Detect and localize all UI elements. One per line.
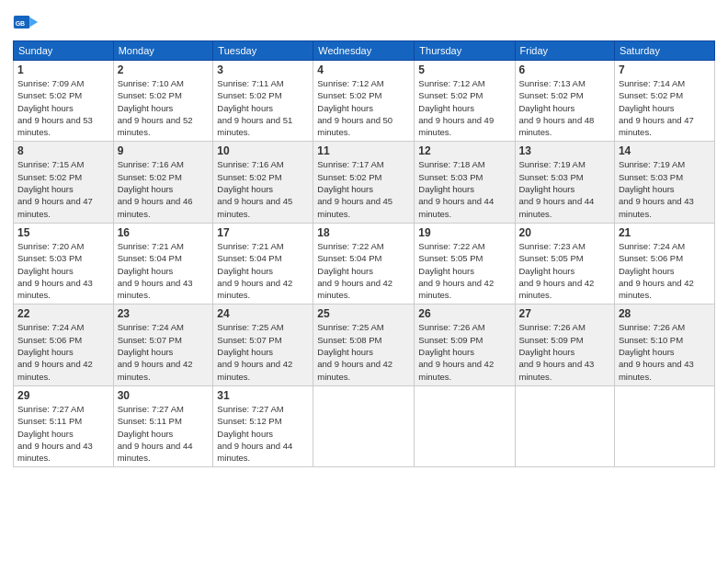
day-number: 21	[619, 226, 711, 239]
col-friday: Friday	[515, 41, 614, 61]
table-row: 22 Sunrise: 7:24 AM Sunset: 5:06 PM Dayl…	[14, 304, 114, 385]
table-row: 13 Sunrise: 7:19 AM Sunset: 5:03 PM Dayl…	[515, 142, 614, 223]
col-monday: Monday	[113, 41, 213, 61]
table-row: 15 Sunrise: 7:20 AM Sunset: 5:03 PM Dayl…	[14, 223, 114, 304]
day-number: 16	[118, 226, 210, 239]
day-number: 25	[317, 307, 410, 320]
day-info: Sunrise: 7:16 AM Sunset: 5:02 PM Dayligh…	[217, 158, 309, 219]
day-number: 9	[118, 144, 210, 157]
table-row: 17 Sunrise: 7:21 AM Sunset: 5:04 PM Dayl…	[213, 223, 313, 304]
table-row: 28 Sunrise: 7:26 AM Sunset: 5:10 PM Dayl…	[614, 304, 714, 385]
table-row: 27 Sunrise: 7:26 AM Sunset: 5:09 PM Dayl…	[515, 304, 614, 385]
day-number: 11	[317, 144, 410, 157]
header: GB	[13, 9, 715, 35]
day-number: 8	[17, 144, 109, 157]
day-number: 17	[217, 226, 309, 239]
day-info: Sunrise: 7:12 AM Sunset: 5:02 PM Dayligh…	[317, 77, 410, 138]
table-row: 29 Sunrise: 7:27 AM Sunset: 5:11 PM Dayl…	[14, 385, 114, 466]
table-row: 30 Sunrise: 7:27 AM Sunset: 5:11 PM Dayl…	[113, 385, 213, 466]
day-number: 7	[619, 63, 711, 76]
svg-text:GB: GB	[16, 20, 26, 27]
day-number: 5	[418, 63, 510, 76]
day-info: Sunrise: 7:10 AM Sunset: 5:02 PM Dayligh…	[118, 77, 210, 138]
day-info: Sunrise: 7:19 AM Sunset: 5:03 PM Dayligh…	[619, 158, 711, 219]
day-number: 14	[619, 144, 711, 157]
calendar-week-row: 29 Sunrise: 7:27 AM Sunset: 5:11 PM Dayl…	[14, 385, 715, 466]
day-info: Sunrise: 7:17 AM Sunset: 5:02 PM Dayligh…	[317, 158, 410, 219]
table-row: 9 Sunrise: 7:16 AM Sunset: 5:02 PM Dayli…	[113, 142, 213, 223]
table-row: 5 Sunrise: 7:12 AM Sunset: 5:02 PM Dayli…	[415, 61, 515, 142]
table-row: 1 Sunrise: 7:09 AM Sunset: 5:02 PM Dayli…	[14, 61, 114, 142]
day-info: Sunrise: 7:20 AM Sunset: 5:03 PM Dayligh…	[17, 240, 109, 301]
table-row: 2 Sunrise: 7:10 AM Sunset: 5:02 PM Dayli…	[113, 61, 213, 142]
day-number: 27	[519, 307, 610, 320]
day-info: Sunrise: 7:22 AM Sunset: 5:04 PM Dayligh…	[317, 240, 410, 301]
day-number: 12	[418, 144, 510, 157]
day-number: 19	[418, 226, 510, 239]
day-info: Sunrise: 7:21 AM Sunset: 5:04 PM Dayligh…	[118, 240, 210, 301]
day-info: Sunrise: 7:24 AM Sunset: 5:06 PM Dayligh…	[619, 240, 711, 301]
logo-icon: GB	[13, 9, 39, 35]
table-row: 21 Sunrise: 7:24 AM Sunset: 5:06 PM Dayl…	[614, 223, 714, 304]
day-info: Sunrise: 7:24 AM Sunset: 5:06 PM Dayligh…	[17, 321, 109, 382]
table-row: 24 Sunrise: 7:25 AM Sunset: 5:07 PM Dayl…	[213, 304, 313, 385]
table-row	[614, 385, 714, 466]
table-row: 20 Sunrise: 7:23 AM Sunset: 5:05 PM Dayl…	[515, 223, 614, 304]
col-wednesday: Wednesday	[313, 41, 415, 61]
svg-marker-1	[29, 17, 38, 28]
day-number: 28	[619, 307, 711, 320]
day-info: Sunrise: 7:26 AM Sunset: 5:09 PM Dayligh…	[519, 321, 610, 382]
table-row: 18 Sunrise: 7:22 AM Sunset: 5:04 PM Dayl…	[313, 223, 415, 304]
day-info: Sunrise: 7:27 AM Sunset: 5:12 PM Dayligh…	[217, 403, 309, 464]
day-info: Sunrise: 7:11 AM Sunset: 5:02 PM Dayligh…	[217, 77, 309, 138]
day-info: Sunrise: 7:12 AM Sunset: 5:02 PM Dayligh…	[418, 77, 510, 138]
table-row: 10 Sunrise: 7:16 AM Sunset: 5:02 PM Dayl…	[213, 142, 313, 223]
day-number: 10	[217, 144, 309, 157]
day-number: 4	[317, 63, 410, 76]
day-info: Sunrise: 7:16 AM Sunset: 5:02 PM Dayligh…	[118, 158, 210, 219]
day-info: Sunrise: 7:26 AM Sunset: 5:09 PM Dayligh…	[418, 321, 510, 382]
day-info: Sunrise: 7:27 AM Sunset: 5:11 PM Dayligh…	[17, 403, 109, 464]
day-info: Sunrise: 7:13 AM Sunset: 5:02 PM Dayligh…	[519, 77, 610, 138]
calendar-week-row: 22 Sunrise: 7:24 AM Sunset: 5:06 PM Dayl…	[14, 304, 715, 385]
day-number: 30	[118, 389, 210, 402]
day-info: Sunrise: 7:14 AM Sunset: 5:02 PM Dayligh…	[619, 77, 711, 138]
day-info: Sunrise: 7:23 AM Sunset: 5:05 PM Dayligh…	[519, 240, 610, 301]
day-number: 31	[217, 389, 309, 402]
table-row: 14 Sunrise: 7:19 AM Sunset: 5:03 PM Dayl…	[614, 142, 714, 223]
day-info: Sunrise: 7:22 AM Sunset: 5:05 PM Dayligh…	[418, 240, 510, 301]
calendar-week-row: 15 Sunrise: 7:20 AM Sunset: 5:03 PM Dayl…	[14, 223, 715, 304]
col-saturday: Saturday	[614, 41, 714, 61]
day-info: Sunrise: 7:24 AM Sunset: 5:07 PM Dayligh…	[118, 321, 210, 382]
table-row: 12 Sunrise: 7:18 AM Sunset: 5:03 PM Dayl…	[415, 142, 515, 223]
day-number: 26	[418, 307, 510, 320]
day-number: 29	[17, 389, 109, 402]
day-number: 24	[217, 307, 309, 320]
table-row: 3 Sunrise: 7:11 AM Sunset: 5:02 PM Dayli…	[213, 61, 313, 142]
table-row: 16 Sunrise: 7:21 AM Sunset: 5:04 PM Dayl…	[113, 223, 213, 304]
day-info: Sunrise: 7:19 AM Sunset: 5:03 PM Dayligh…	[519, 158, 610, 219]
table-row: 23 Sunrise: 7:24 AM Sunset: 5:07 PM Dayl…	[113, 304, 213, 385]
table-row: 25 Sunrise: 7:25 AM Sunset: 5:08 PM Dayl…	[313, 304, 415, 385]
day-number: 20	[519, 226, 610, 239]
calendar-week-row: 8 Sunrise: 7:15 AM Sunset: 5:02 PM Dayli…	[14, 142, 715, 223]
calendar-week-row: 1 Sunrise: 7:09 AM Sunset: 5:02 PM Dayli…	[14, 61, 715, 142]
day-info: Sunrise: 7:15 AM Sunset: 5:02 PM Dayligh…	[17, 158, 109, 219]
calendar-table: Sunday Monday Tuesday Wednesday Thursday…	[13, 40, 715, 467]
day-number: 3	[217, 63, 309, 76]
table-row: 8 Sunrise: 7:15 AM Sunset: 5:02 PM Dayli…	[14, 142, 114, 223]
day-number: 13	[519, 144, 610, 157]
table-row: 11 Sunrise: 7:17 AM Sunset: 5:02 PM Dayl…	[313, 142, 415, 223]
table-row	[515, 385, 614, 466]
table-row: 19 Sunrise: 7:22 AM Sunset: 5:05 PM Dayl…	[415, 223, 515, 304]
day-number: 18	[317, 226, 410, 239]
table-row: 4 Sunrise: 7:12 AM Sunset: 5:02 PM Dayli…	[313, 61, 415, 142]
table-row: 6 Sunrise: 7:13 AM Sunset: 5:02 PM Dayli…	[515, 61, 614, 142]
day-info: Sunrise: 7:21 AM Sunset: 5:04 PM Dayligh…	[217, 240, 309, 301]
table-row: 31 Sunrise: 7:27 AM Sunset: 5:12 PM Dayl…	[213, 385, 313, 466]
day-number: 23	[118, 307, 210, 320]
day-number: 1	[17, 63, 109, 76]
logo: GB	[13, 9, 42, 35]
day-number: 22	[17, 307, 109, 320]
table-row: 7 Sunrise: 7:14 AM Sunset: 5:02 PM Dayli…	[614, 61, 714, 142]
